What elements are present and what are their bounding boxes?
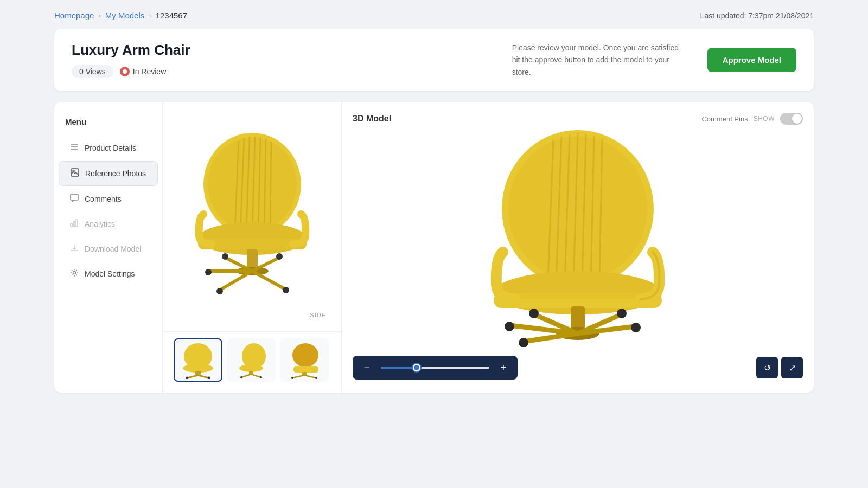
breadcrumb-homepage[interactable]: Homepage — [54, 11, 94, 20]
sidebar-label-reference-photos: Reference Photos — [85, 169, 146, 178]
breadcrumb-sep-2: › — [149, 11, 151, 20]
toggle-knob — [792, 114, 802, 124]
sidebar-item-analytics: Analytics — [59, 212, 158, 236]
svg-point-30 — [216, 288, 223, 294]
model-panel: 3D Model Comment Pins SHOW — [342, 102, 814, 393]
breadcrumb: Homepage › My Models › 1234567 Last upda… — [0, 0, 868, 29]
svg-point-32 — [222, 253, 228, 260]
views-badge: 0 Views — [72, 65, 113, 78]
show-label: SHOW — [754, 115, 775, 123]
sidebar-item-reference-photos[interactable]: Reference Photos — [59, 161, 158, 186]
header-badges: 0 Views In Review — [72, 65, 490, 78]
svg-rect-6 — [71, 223, 72, 227]
comment-pins-row: Comment Pins SHOW — [701, 113, 803, 125]
model-controls: − + ↺ ⤢ — [353, 347, 803, 382]
expand-button[interactable]: ⤢ — [781, 357, 803, 378]
status-badge: In Review — [120, 67, 166, 76]
sidebar-label-product-details: Product Details — [85, 144, 136, 152]
zoom-out-button[interactable]: − — [359, 360, 374, 375]
list-icon — [69, 143, 79, 153]
sidebar-label-comments: Comments — [85, 195, 122, 203]
main-content: Menu Product Details Reference Photos — [54, 102, 814, 393]
action-controls: ↺ ⤢ — [756, 357, 803, 378]
thumb-img-3 — [283, 341, 326, 379]
zoom-slider-thumb — [413, 364, 420, 371]
svg-line-46 — [251, 374, 261, 377]
svg-point-48 — [260, 376, 262, 378]
svg-point-49 — [292, 343, 318, 367]
photo-thumbnails — [163, 331, 341, 393]
zoom-in-button[interactable]: + — [496, 360, 511, 375]
svg-line-52 — [292, 375, 304, 378]
thumbnail-3[interactable] — [280, 338, 329, 382]
svg-line-39 — [198, 375, 209, 378]
svg-point-47 — [240, 376, 242, 378]
thumbnail-2[interactable] — [227, 338, 276, 382]
svg-rect-8 — [76, 220, 78, 227]
svg-point-31 — [205, 269, 212, 275]
svg-point-34 — [283, 287, 289, 293]
sidebar-item-product-details[interactable]: Product Details — [59, 136, 158, 160]
sidebar-title: Menu — [54, 113, 162, 135]
3d-model-viewer[interactable] — [353, 130, 803, 347]
svg-line-25 — [220, 271, 252, 290]
comment-pins-toggle[interactable] — [780, 113, 803, 125]
model-header: 3D Model Comment Pins SHOW — [353, 113, 803, 125]
svg-point-33 — [276, 253, 283, 260]
status-dot — [120, 67, 130, 76]
rotate-button[interactable]: ↺ — [756, 357, 778, 378]
thumb-img-2 — [229, 341, 273, 379]
header-card: Luxury Arm Chair 0 Views In Review Pleas… — [54, 29, 814, 91]
chair-illustration — [176, 130, 328, 304]
status-label: In Review — [133, 67, 166, 76]
thumb-img-1 — [176, 341, 220, 379]
breadcrumb-sep-1: › — [98, 11, 100, 20]
header-description: Please review your model. Once you are s… — [512, 42, 686, 78]
sidebar-label-model-settings: Model Settings — [85, 269, 135, 278]
svg-line-29 — [252, 271, 285, 289]
svg-point-77 — [505, 322, 514, 331]
model-title: 3D Model — [353, 114, 391, 124]
svg-point-55 — [315, 377, 317, 379]
breadcrumb-my-models[interactable]: My Models — [105, 11, 145, 20]
comment-pins-label: Comment Pins — [701, 115, 748, 123]
svg-point-79 — [617, 309, 627, 318]
svg-point-78 — [529, 309, 539, 318]
svg-rect-50 — [293, 366, 318, 373]
photos-panel: SIDE — [163, 102, 342, 393]
svg-point-80 — [631, 323, 641, 332]
sidebar-item-comments[interactable]: Comments — [59, 187, 158, 211]
zoom-slider-track[interactable] — [381, 367, 489, 369]
page-title: Luxury Arm Chair — [72, 42, 490, 59]
zoom-slider-fill — [381, 367, 417, 369]
settings-icon — [69, 268, 79, 279]
3d-chair-illustration — [464, 130, 692, 347]
svg-line-45 — [241, 374, 251, 377]
download-icon — [69, 243, 79, 254]
view-label: SIDE — [310, 312, 326, 318]
approve-button[interactable]: Approve Model — [707, 48, 796, 72]
sidebar: Menu Product Details Reference Photos — [54, 102, 163, 393]
analytics-icon — [69, 219, 79, 229]
svg-point-54 — [291, 377, 293, 379]
breadcrumb-id: 1234567 — [156, 11, 187, 20]
svg-rect-5 — [71, 194, 78, 200]
image-icon — [70, 168, 80, 179]
thumbnail-1[interactable] — [174, 338, 222, 382]
header-left: Luxury Arm Chair 0 Views In Review — [72, 42, 490, 78]
svg-point-43 — [239, 364, 263, 372]
sidebar-item-download-model: Download Model — [59, 237, 158, 261]
zoom-control: − + — [353, 356, 518, 380]
sidebar-item-model-settings[interactable]: Model Settings — [59, 262, 158, 286]
last-updated: Last updated: 7:37pm 21/08/2021 — [700, 11, 814, 20]
svg-line-38 — [187, 375, 198, 378]
main-photo-view: SIDE — [163, 102, 341, 331]
svg-rect-7 — [73, 221, 75, 227]
sidebar-label-download-model: Download Model — [85, 245, 141, 253]
svg-point-9 — [73, 272, 76, 274]
svg-line-53 — [304, 375, 316, 378]
sidebar-label-analytics: Analytics — [85, 220, 115, 228]
comment-icon — [69, 194, 79, 204]
